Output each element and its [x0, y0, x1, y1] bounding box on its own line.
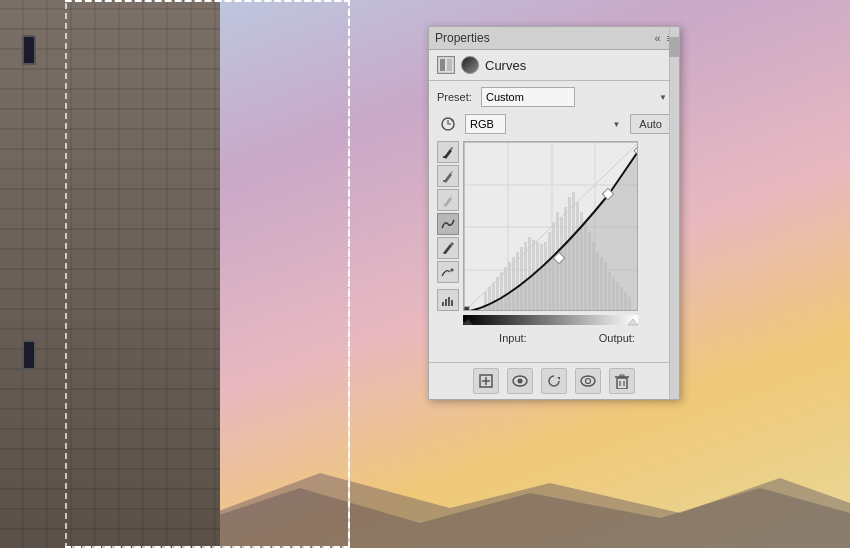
svg-rect-78	[620, 375, 624, 377]
curves-svg	[464, 142, 638, 311]
svg-rect-10	[442, 302, 444, 306]
panel-content: Preset: CustomDefaultStrong ContrastLine…	[429, 81, 679, 358]
svg-point-75	[586, 379, 591, 384]
channel-row: RGBRedGreenBlue Auto	[437, 113, 671, 135]
svg-point-72	[518, 379, 523, 384]
tower-window-1	[22, 35, 36, 65]
tool-sidebar	[437, 141, 459, 346]
output-label: Output:	[599, 332, 635, 344]
layer-circle-icon	[461, 56, 479, 74]
svg-point-7	[443, 156, 445, 158]
svg-rect-5	[447, 59, 452, 71]
preset-label: Preset:	[437, 91, 475, 103]
delete-button[interactable]	[609, 368, 635, 394]
scrollbar-thumb[interactable]	[669, 37, 679, 57]
histogram-btn[interactable]	[437, 289, 459, 311]
clip-icon	[437, 113, 459, 135]
preset-row: Preset: CustomDefaultStrong ContrastLine…	[437, 87, 671, 107]
svg-rect-11	[445, 299, 447, 306]
castle-tower	[0, 0, 220, 548]
panel-titlebar: Properties « ≡	[429, 27, 679, 50]
svg-rect-4	[440, 59, 445, 71]
svg-rect-76	[617, 378, 627, 389]
collapse-button[interactable]: «	[654, 32, 660, 44]
curves-graph[interactable]	[463, 141, 638, 311]
eyedropper-grey-btn[interactable]	[437, 165, 459, 187]
add-mask-button[interactable]	[473, 368, 499, 394]
preset-dropdown-wrapper: CustomDefaultStrong ContrastLinear Contr…	[481, 87, 671, 107]
channel-dropdown-wrapper: RGBRedGreenBlue	[465, 114, 624, 134]
graph-container: Input: Output:	[463, 141, 671, 346]
tower-window-2	[22, 340, 36, 370]
svg-rect-13	[451, 300, 453, 306]
smooth-curve-btn[interactable]	[437, 213, 459, 235]
svg-rect-59	[464, 307, 469, 311]
curves-area: Input: Output:	[437, 141, 671, 346]
svg-point-74	[581, 376, 595, 386]
svg-rect-64	[463, 315, 638, 325]
eyedropper-black-btn[interactable]	[437, 141, 459, 163]
auto-button[interactable]: Auto	[630, 114, 671, 134]
svg-rect-12	[448, 297, 450, 306]
svg-marker-73	[557, 377, 560, 380]
panel-header-title: Curves	[485, 58, 526, 73]
io-row: Input: Output:	[463, 330, 671, 346]
panel-toolbar	[429, 362, 679, 399]
eye-button[interactable]	[575, 368, 601, 394]
panel-header: Curves	[429, 50, 679, 81]
gradient-slider-svg	[463, 313, 638, 327]
smooth-pencil-btn[interactable]	[437, 261, 459, 283]
toggle-visibility-button[interactable]	[507, 368, 533, 394]
eyedropper-white-btn[interactable]	[437, 189, 459, 211]
adjustment-icon	[437, 56, 455, 74]
pencil-btn[interactable]	[437, 237, 459, 259]
input-label: Input:	[499, 332, 527, 344]
svg-point-8	[443, 180, 445, 182]
svg-point-9	[443, 204, 445, 206]
panel-scrollbar[interactable]	[669, 27, 679, 399]
bw-slider[interactable]	[463, 313, 671, 330]
preset-select[interactable]: CustomDefaultStrong ContrastLinear Contr…	[481, 87, 575, 107]
panel-title: Properties	[435, 31, 490, 45]
reset-button[interactable]	[541, 368, 567, 394]
properties-panel: Properties « ≡ Curves Preset: CustomDefa…	[428, 26, 680, 400]
channel-select[interactable]: RGBRedGreenBlue	[465, 114, 506, 134]
